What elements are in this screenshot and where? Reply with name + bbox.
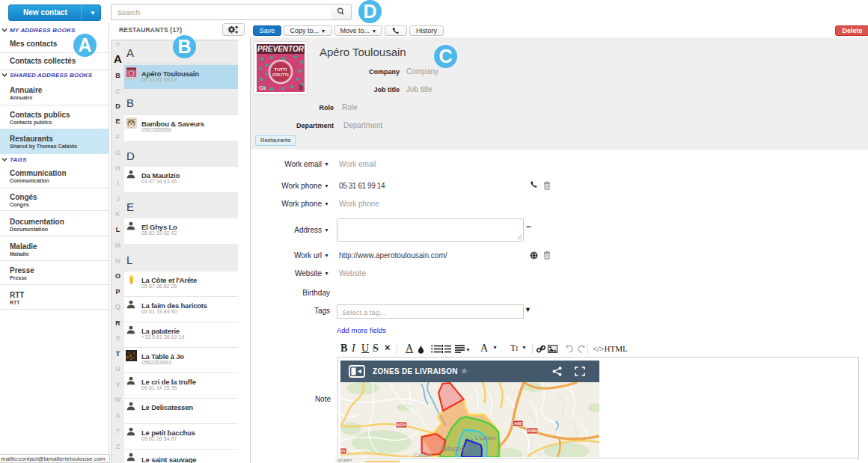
svg-text:3: 3 [299, 84, 302, 91]
svg-text:Calami: Calami [414, 452, 433, 457]
svg-text:TUTTI: TUTTI [275, 67, 287, 72]
svg-text:Cϵ: Cϵ [259, 85, 266, 91]
svg-text:A68: A68 [514, 421, 522, 426]
svg-text:A680: A680 [528, 429, 537, 433]
svg-text:FRUTTI: FRUTTI [272, 73, 289, 77]
svg-text:N224: N224 [397, 423, 407, 427]
svg-text:Blagnac: Blagnac [443, 444, 469, 453]
svg-text:L'Union: L'Union [475, 435, 495, 441]
svg-text:24: 24 [340, 449, 346, 453]
svg-text:PREVENTOR: PREVENTOR [257, 45, 305, 53]
